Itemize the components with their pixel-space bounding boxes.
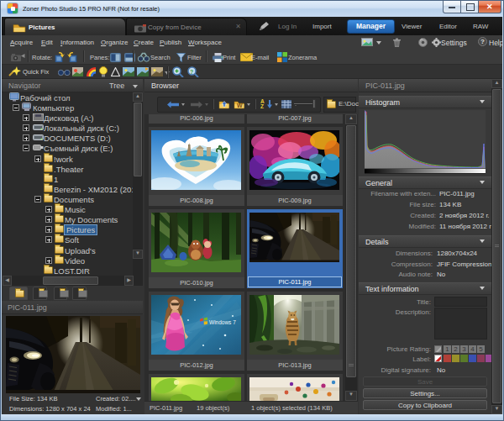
svg-text:?: ?	[190, 69, 193, 75]
svg-text:Windows 7: Windows 7	[209, 319, 236, 325]
svg-text:W: W	[237, 103, 243, 108]
